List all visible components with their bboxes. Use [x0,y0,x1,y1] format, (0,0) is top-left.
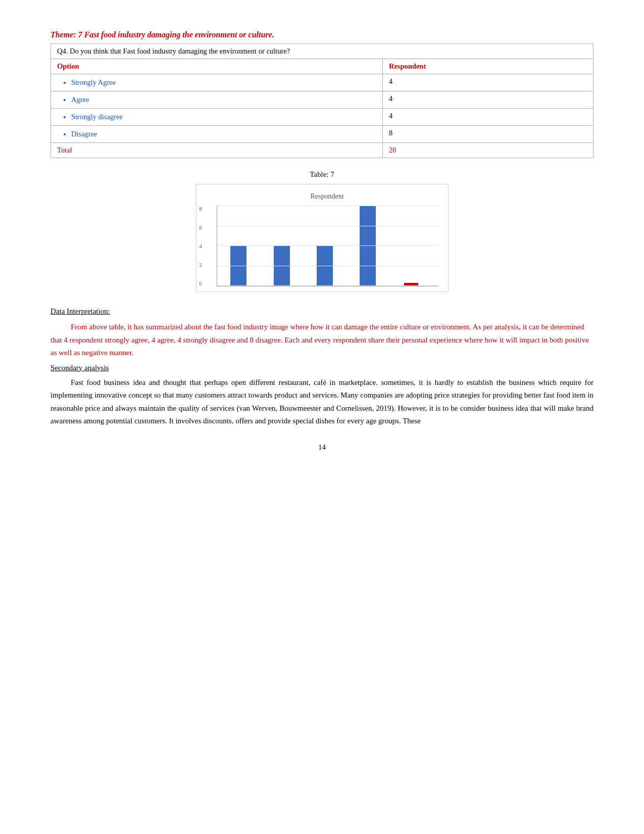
col-header-respondent: Respondent [382,59,593,74]
chart-container: Table: 7 Respondent 8 6 4 2 0 [51,170,593,292]
bar-0 [230,246,246,286]
bar-group-3 [346,206,389,286]
respondent-0: 4 [382,74,593,91]
respondent-1: 4 [382,91,593,109]
chart-wrapper: Respondent 8 6 4 2 0 [196,184,449,292]
secondary-heading: Secondary analysis [51,364,593,372]
chart-respondent-label: Respondent [217,192,438,201]
option-disagree: Disagree [71,130,376,138]
col-header-option: Option [51,59,383,74]
respondent-2: 4 [382,109,593,126]
theme-title: Theme: 7 Fast food industry damaging the… [51,30,593,39]
secondary-text: Fast food business idea and thought that… [51,376,593,428]
option-strongly-disagree: Strongly disagree [71,113,376,121]
bar-group-2 [303,206,346,286]
y-label-2: 2 [200,262,203,268]
total-label: Total [51,143,383,158]
table-row: Disagree 8 [51,126,593,143]
option-agree: Agree [71,95,376,104]
y-label-0: 0 [200,280,203,286]
bar-2 [317,246,333,286]
interpretation-text: From above table, it has summarized abou… [51,321,593,360]
table-row: Strongly Agree 4 [51,74,593,91]
table-question: Q4. Do you think that Fast food industry… [51,44,593,59]
total-value: 20 [382,143,593,158]
chart-title: Table: 7 [310,170,334,179]
total-row: Total 20 [51,143,593,158]
y-label-8: 8 [200,206,203,212]
respondent-3: 8 [382,126,593,143]
bar-group-0 [217,206,260,286]
option-strongly-agree: Strongly Agree [71,78,376,87]
table-row: Agree 4 [51,91,593,109]
bar-group-4 [389,206,432,286]
y-label-4: 4 [200,243,203,249]
y-axis-labels: 8 6 4 2 0 [200,206,203,286]
bar-group-1 [260,206,303,286]
bar-4 [404,283,418,286]
page-number: 14 [51,443,593,452]
interpretation-heading: Data Interpretation: [51,307,593,316]
data-table: Q4. Do you think that Fast food industry… [51,43,593,158]
y-label-6: 6 [200,224,203,230]
bar-3 [360,206,376,286]
table-row: Strongly disagree 4 [51,109,593,126]
bar-1 [274,246,290,286]
chart-area [217,206,438,286]
